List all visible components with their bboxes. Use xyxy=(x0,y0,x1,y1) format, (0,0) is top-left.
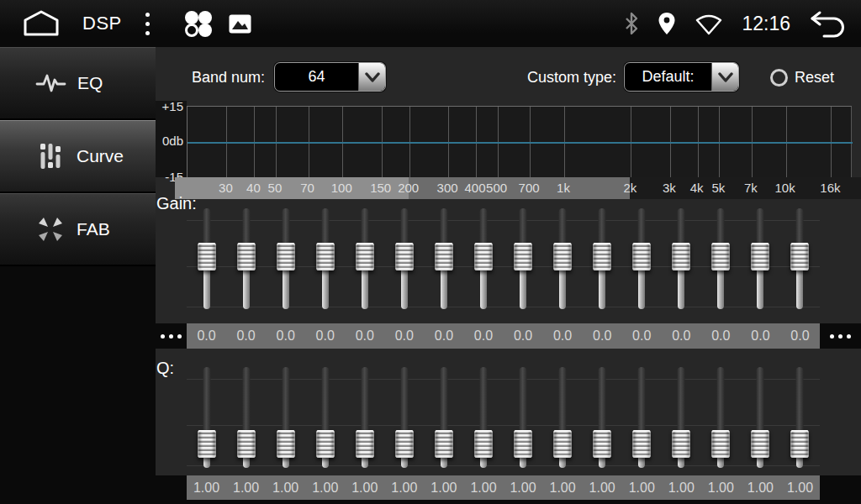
band-slider[interactable] xyxy=(701,367,741,468)
band-slider[interactable] xyxy=(187,367,226,468)
slider-knob[interactable] xyxy=(554,243,572,270)
slider-knob[interactable] xyxy=(237,243,255,270)
band-slider[interactable] xyxy=(741,367,780,468)
sidebar-item-label: FAB xyxy=(77,219,110,239)
slider-knob[interactable] xyxy=(712,430,730,458)
band-slider[interactable] xyxy=(543,208,583,309)
slider-knob[interactable] xyxy=(752,430,769,458)
slider-knob[interactable] xyxy=(316,430,334,458)
back-icon[interactable] xyxy=(809,8,846,39)
slider-knob[interactable] xyxy=(356,430,373,458)
q-sliders xyxy=(187,367,820,468)
sidebar-item-fab[interactable]: FAB xyxy=(0,193,156,266)
band-slider[interactable] xyxy=(266,367,305,468)
slider-knob[interactable] xyxy=(474,430,492,458)
x-tick-label: 200 xyxy=(398,177,419,199)
band-value: 1.00 xyxy=(345,475,384,501)
curve-panel: Band num: 64 Custom type: Default: Reset… xyxy=(156,47,861,504)
band-slider[interactable] xyxy=(424,367,463,468)
band-slider[interactable] xyxy=(583,367,622,468)
band-value: 0.0 xyxy=(463,323,503,349)
slider-knob[interactable] xyxy=(356,243,373,270)
band-slider[interactable] xyxy=(701,208,741,309)
slider-knob[interactable] xyxy=(435,430,452,458)
band-slider[interactable] xyxy=(780,367,820,468)
band-slider[interactable] xyxy=(226,367,266,468)
scroll-right-button[interactable] xyxy=(820,323,861,349)
band-slider[interactable] xyxy=(305,367,345,468)
dropdown-chevron-icon[interactable] xyxy=(358,63,385,91)
band-slider[interactable] xyxy=(622,367,662,468)
sidebar-item-curve[interactable]: Curve xyxy=(0,120,156,193)
band-value: 1.00 xyxy=(305,475,345,501)
reset-button[interactable]: Reset xyxy=(770,62,834,92)
slider-knob[interactable] xyxy=(752,243,769,270)
x-tick-label: 400 xyxy=(464,177,485,199)
band-slider[interactable] xyxy=(780,208,820,309)
x-tick-label: 3k xyxy=(663,177,676,199)
band-value: 1.00 xyxy=(583,475,622,501)
band-slider[interactable] xyxy=(741,208,780,309)
home-icon[interactable] xyxy=(22,9,61,38)
slider-knob[interactable] xyxy=(474,243,492,270)
x-tick-label: 2k xyxy=(623,177,637,199)
band-slider[interactable] xyxy=(424,208,463,309)
band-slider[interactable] xyxy=(504,367,543,468)
slider-knob[interactable] xyxy=(435,243,452,270)
eq-plot xyxy=(187,106,852,177)
band-value: 0.0 xyxy=(701,323,741,349)
slider-knob[interactable] xyxy=(791,243,809,270)
slider-knob[interactable] xyxy=(277,243,294,270)
sidebar: EQ Curve FAB xyxy=(0,47,156,504)
band-value: 0.0 xyxy=(305,323,345,349)
slider-knob[interactable] xyxy=(198,243,215,270)
slider-knob[interactable] xyxy=(395,430,413,458)
slider-knob[interactable] xyxy=(554,430,572,458)
band-slider[interactable] xyxy=(583,208,622,309)
band-slider[interactable] xyxy=(463,367,503,468)
band-slider[interactable] xyxy=(543,367,583,468)
slider-knob[interactable] xyxy=(515,243,532,270)
slider-knob[interactable] xyxy=(594,430,611,458)
x-tick-label: 100 xyxy=(331,177,352,199)
slider-knob[interactable] xyxy=(673,243,690,270)
band-slider[interactable] xyxy=(226,208,266,309)
band-slider[interactable] xyxy=(504,208,543,309)
band-num-dropdown[interactable]: 64 xyxy=(274,62,386,92)
slider-knob[interactable] xyxy=(277,430,294,458)
band-slider[interactable] xyxy=(662,208,701,309)
slider-knob[interactable] xyxy=(198,430,215,458)
slider-knob[interactable] xyxy=(791,430,809,458)
band-slider[interactable] xyxy=(384,208,424,309)
band-slider[interactable] xyxy=(345,367,384,468)
slider-knob[interactable] xyxy=(594,243,611,270)
band-slider[interactable] xyxy=(187,208,226,309)
band-slider[interactable] xyxy=(305,208,345,309)
band-slider[interactable] xyxy=(622,208,662,309)
more-vert-icon[interactable] xyxy=(142,9,153,39)
scroll-left-button[interactable] xyxy=(156,323,187,349)
band-value: 0.0 xyxy=(622,323,662,349)
band-slider[interactable] xyxy=(662,367,701,468)
band-num-label: Band num: xyxy=(192,62,265,92)
band-slider[interactable] xyxy=(384,367,424,468)
curve-sliders-icon xyxy=(35,141,66,171)
band-slider[interactable] xyxy=(463,208,503,309)
gallery-icon[interactable] xyxy=(229,14,251,34)
band-slider[interactable] xyxy=(266,208,305,309)
sidebar-item-eq[interactable]: EQ xyxy=(0,47,156,120)
band-slider[interactable] xyxy=(345,208,384,309)
slider-knob[interactable] xyxy=(673,430,690,458)
x-tick-label: 7k xyxy=(744,177,758,199)
q-row-left-pad xyxy=(156,475,187,501)
slider-knob[interactable] xyxy=(712,243,730,270)
slider-knob[interactable] xyxy=(237,430,255,458)
slider-knob[interactable] xyxy=(316,243,334,270)
slider-knob[interactable] xyxy=(395,243,413,270)
apps-clover-icon[interactable] xyxy=(182,8,214,39)
custom-type-dropdown[interactable]: Default: xyxy=(624,62,739,92)
slider-knob[interactable] xyxy=(633,430,651,458)
slider-knob[interactable] xyxy=(633,243,651,270)
slider-knob[interactable] xyxy=(515,430,532,458)
dropdown-chevron-icon[interactable] xyxy=(711,63,738,91)
